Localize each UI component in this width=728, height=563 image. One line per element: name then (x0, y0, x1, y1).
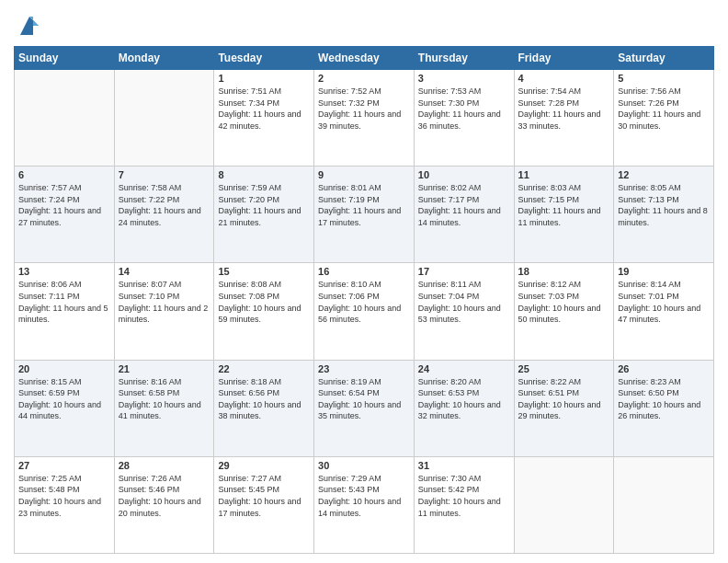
calendar-cell: 26Sunrise: 8:23 AMSunset: 6:50 PMDayligh… (614, 360, 714, 456)
day-info: Sunrise: 7:53 AMSunset: 7:30 PMDaylight:… (418, 86, 501, 131)
weekday-header: Thursday (414, 47, 514, 70)
calendar-cell: 21Sunrise: 8:16 AMSunset: 6:58 PMDayligh… (114, 360, 214, 456)
day-info: Sunrise: 8:03 AMSunset: 7:15 PMDaylight:… (518, 183, 601, 227)
calendar-cell: 28Sunrise: 7:26 AMSunset: 5:46 PMDayligh… (114, 456, 214, 553)
calendar-cell: 20Sunrise: 8:15 AMSunset: 6:59 PMDayligh… (15, 360, 115, 456)
calendar-cell (614, 456, 714, 553)
calendar-cell: 29Sunrise: 7:27 AMSunset: 5:45 PMDayligh… (214, 456, 314, 553)
calendar-week-row: 27Sunrise: 7:25 AMSunset: 5:48 PMDayligh… (15, 456, 714, 553)
day-info: Sunrise: 8:19 AMSunset: 6:54 PMDaylight:… (318, 377, 401, 421)
day-number: 4 (518, 73, 610, 84)
calendar-cell: 2Sunrise: 7:52 AMSunset: 7:32 PMDaylight… (314, 70, 415, 167)
weekday-header: Wednesday (314, 47, 415, 70)
day-info: Sunrise: 8:06 AMSunset: 7:11 PMDaylight:… (18, 280, 108, 324)
day-info: Sunrise: 8:23 AMSunset: 6:50 PMDaylight:… (618, 377, 700, 421)
day-info: Sunrise: 8:18 AMSunset: 6:56 PMDaylight:… (218, 377, 301, 421)
day-number: 12 (618, 169, 710, 180)
calendar-cell: 31Sunrise: 7:30 AMSunset: 5:42 PMDayligh… (414, 456, 514, 553)
day-number: 21 (119, 363, 210, 374)
day-number: 23 (318, 363, 410, 374)
day-number: 7 (119, 169, 210, 180)
logo-icon (17, 13, 42, 39)
calendar-cell: 8Sunrise: 7:59 AMSunset: 7:20 PMDaylight… (214, 167, 314, 263)
day-number: 13 (18, 266, 110, 277)
calendar-cell: 5Sunrise: 7:56 AMSunset: 7:26 PMDaylight… (614, 70, 714, 167)
day-info: Sunrise: 8:20 AMSunset: 6:53 PMDaylight:… (418, 377, 501, 421)
weekday-header: Friday (514, 47, 614, 70)
day-number: 16 (318, 266, 410, 277)
day-info: Sunrise: 8:14 AMSunset: 7:01 PMDaylight:… (618, 280, 700, 324)
calendar-cell (514, 456, 614, 553)
day-info: Sunrise: 7:25 AMSunset: 5:48 PMDaylight:… (18, 474, 101, 518)
calendar-cell: 9Sunrise: 8:01 AMSunset: 7:19 PMDaylight… (314, 167, 415, 263)
weekday-header: Tuesday (214, 47, 314, 70)
logo (14, 13, 42, 39)
day-info: Sunrise: 8:16 AMSunset: 6:58 PMDaylight:… (119, 377, 201, 421)
calendar-cell: 30Sunrise: 7:29 AMSunset: 5:43 PMDayligh… (314, 456, 415, 553)
calendar-cell: 24Sunrise: 8:20 AMSunset: 6:53 PMDayligh… (414, 360, 514, 456)
day-info: Sunrise: 7:27 AMSunset: 5:45 PMDaylight:… (218, 474, 301, 518)
calendar-header-row: SundayMondayTuesdayWednesdayThursdayFrid… (15, 47, 714, 70)
calendar-cell: 13Sunrise: 8:06 AMSunset: 7:11 PMDayligh… (15, 263, 115, 360)
weekday-header: Saturday (614, 47, 714, 70)
day-number: 25 (518, 363, 610, 374)
day-info: Sunrise: 8:15 AMSunset: 6:59 PMDaylight:… (18, 377, 101, 421)
day-number: 3 (418, 73, 510, 84)
day-info: Sunrise: 8:02 AMSunset: 7:17 PMDaylight:… (418, 183, 501, 227)
day-number: 11 (518, 169, 610, 180)
calendar-cell: 23Sunrise: 8:19 AMSunset: 6:54 PMDayligh… (314, 360, 415, 456)
day-info: Sunrise: 7:51 AMSunset: 7:34 PMDaylight:… (218, 86, 301, 131)
day-number: 2 (318, 73, 410, 84)
weekday-header: Monday (114, 47, 214, 70)
page: SundayMondayTuesdayWednesdayThursdayFrid… (0, 0, 728, 563)
calendar-cell: 27Sunrise: 7:25 AMSunset: 5:48 PMDayligh… (15, 456, 115, 553)
day-number: 27 (18, 460, 110, 471)
day-number: 29 (218, 460, 310, 471)
calendar-cell (114, 70, 214, 167)
day-number: 8 (218, 169, 310, 180)
day-info: Sunrise: 7:57 AMSunset: 7:24 PMDaylight:… (18, 183, 101, 227)
day-number: 10 (418, 169, 510, 180)
calendar-week-row: 13Sunrise: 8:06 AMSunset: 7:11 PMDayligh… (15, 263, 714, 360)
day-info: Sunrise: 8:22 AMSunset: 6:51 PMDaylight:… (518, 377, 601, 421)
day-number: 15 (218, 266, 310, 277)
day-info: Sunrise: 8:05 AMSunset: 7:13 PMDaylight:… (618, 183, 708, 227)
day-number: 17 (418, 266, 510, 277)
weekday-header: Sunday (15, 47, 115, 70)
day-number: 20 (18, 363, 110, 374)
calendar-cell: 1Sunrise: 7:51 AMSunset: 7:34 PMDaylight… (214, 70, 314, 167)
day-info: Sunrise: 7:59 AMSunset: 7:20 PMDaylight:… (218, 183, 301, 227)
calendar-cell: 7Sunrise: 7:58 AMSunset: 7:22 PMDaylight… (114, 167, 214, 263)
calendar-cell: 19Sunrise: 8:14 AMSunset: 7:01 PMDayligh… (614, 263, 714, 360)
day-info: Sunrise: 7:56 AMSunset: 7:26 PMDaylight:… (618, 86, 700, 131)
day-info: Sunrise: 8:08 AMSunset: 7:08 PMDaylight:… (218, 280, 301, 324)
calendar-cell: 11Sunrise: 8:03 AMSunset: 7:15 PMDayligh… (514, 167, 614, 263)
calendar-cell: 22Sunrise: 8:18 AMSunset: 6:56 PMDayligh… (214, 360, 314, 456)
day-number: 24 (418, 363, 510, 374)
calendar-cell: 15Sunrise: 8:08 AMSunset: 7:08 PMDayligh… (214, 263, 314, 360)
day-info: Sunrise: 7:30 AMSunset: 5:42 PMDaylight:… (418, 474, 501, 518)
calendar-cell: 16Sunrise: 8:10 AMSunset: 7:06 PMDayligh… (314, 263, 415, 360)
calendar-cell (15, 70, 115, 167)
calendar-cell: 10Sunrise: 8:02 AMSunset: 7:17 PMDayligh… (414, 167, 514, 263)
day-number: 28 (119, 460, 210, 471)
day-number: 14 (119, 266, 210, 277)
day-info: Sunrise: 8:10 AMSunset: 7:06 PMDaylight:… (318, 280, 401, 324)
day-info: Sunrise: 7:58 AMSunset: 7:22 PMDaylight:… (119, 183, 201, 227)
header (14, 9, 714, 39)
day-number: 1 (218, 73, 310, 84)
day-number: 19 (618, 266, 710, 277)
day-number: 31 (418, 460, 510, 471)
day-info: Sunrise: 8:11 AMSunset: 7:04 PMDaylight:… (418, 280, 501, 324)
day-number: 22 (218, 363, 310, 374)
calendar-cell: 3Sunrise: 7:53 AMSunset: 7:30 PMDaylight… (414, 70, 514, 167)
day-info: Sunrise: 7:54 AMSunset: 7:28 PMDaylight:… (518, 86, 601, 131)
day-number: 18 (518, 266, 610, 277)
calendar-cell: 18Sunrise: 8:12 AMSunset: 7:03 PMDayligh… (514, 263, 614, 360)
calendar-week-row: 6Sunrise: 7:57 AMSunset: 7:24 PMDaylight… (15, 167, 714, 263)
calendar-cell: 17Sunrise: 8:11 AMSunset: 7:04 PMDayligh… (414, 263, 514, 360)
day-info: Sunrise: 8:12 AMSunset: 7:03 PMDaylight:… (518, 280, 601, 324)
calendar-table: SundayMondayTuesdayWednesdayThursdayFrid… (14, 46, 714, 554)
day-info: Sunrise: 7:52 AMSunset: 7:32 PMDaylight:… (318, 86, 401, 131)
calendar-cell: 4Sunrise: 7:54 AMSunset: 7:28 PMDaylight… (514, 70, 614, 167)
